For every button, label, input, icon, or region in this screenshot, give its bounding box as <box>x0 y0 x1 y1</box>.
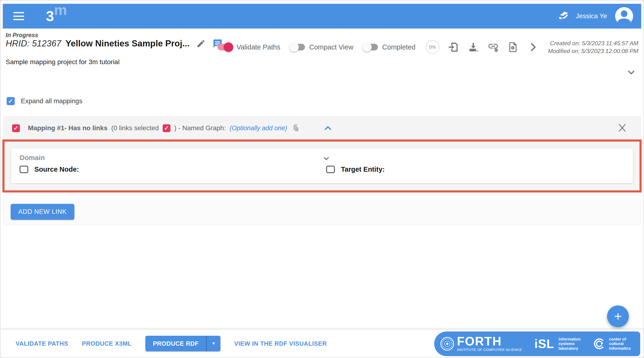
source-node-label: Source Node: <box>34 166 79 173</box>
project-status: In Progress <box>6 32 38 38</box>
produce-rdf-button[interactable]: PRODUCE RDF ▼ <box>145 336 221 351</box>
forth-seal-icon <box>440 336 454 351</box>
chevron-right-icon[interactable] <box>527 42 539 53</box>
app-header: 3 Jessica Ye <box>3 4 641 28</box>
cci-line3: informatics <box>609 346 631 351</box>
source-node-field: Source Node: <box>20 166 326 173</box>
history-edu-icon[interactable] <box>557 10 570 22</box>
compact-view-toggle[interactable] <box>290 44 305 50</box>
mapping-header: ✓ Mapping #1- Has no links (0 links sele… <box>4 117 640 140</box>
target-entity-label: Target Entity: <box>341 166 385 173</box>
file-settings-icon[interactable] <box>508 42 519 53</box>
app-logo-3m[interactable]: 3 <box>46 9 54 24</box>
isl-line2: systems <box>558 342 581 346</box>
download-icon[interactable] <box>468 42 479 53</box>
forth-name: FORTH <box>457 336 522 346</box>
produce-rdf-label: PRODUCE RDF <box>145 336 206 351</box>
footer-toolbar: VALIDATE PATHS PRODUCE X3ML PRODUCE RDF … <box>0 330 644 358</box>
import-file-icon[interactable] <box>448 42 459 53</box>
isl-line1: information <box>558 337 581 342</box>
modified-on: Modified on: 5/3/2023 12:00:08 PM <box>548 47 638 55</box>
produce-rdf-dropdown-arrow-icon[interactable]: ▼ <box>207 336 220 351</box>
domain-select-chevron-icon[interactable] <box>321 154 331 163</box>
expand-all-label: Expand all mappings <box>21 97 82 105</box>
validate-paths-toggle[interactable] <box>218 44 232 50</box>
isl-logo: iSL information systems laboratory <box>534 337 580 351</box>
target-entity-checkbox[interactable] <box>326 166 335 173</box>
progress-indicator: 0% <box>426 40 440 54</box>
isl-mark: iSL <box>534 337 554 351</box>
forth-subtitle: INSTITUTE OF COMPUTER SCIENCE <box>457 348 522 352</box>
link-settings-icon[interactable] <box>488 42 499 53</box>
source-node-checkbox[interactable] <box>20 166 28 173</box>
user-name: Jessica Ye <box>576 12 607 20</box>
project-description: Sample mapping project for 3m tutorial <box>6 58 120 66</box>
compact-view-label: Compact View <box>309 43 353 51</box>
edit-title-icon[interactable] <box>196 38 206 49</box>
compact-view-toggle-group: Compact View <box>290 43 353 51</box>
links-selected-text: (0 links selected <box>111 124 159 132</box>
created-on: Created on: 5/3/2023 11:45:57 AM <box>548 39 638 47</box>
mapping-actions-strip: ADD NEW LINK <box>3 199 641 225</box>
domain-card: Domain Source Node: Target Entity: <box>11 148 633 183</box>
add-new-link-button[interactable]: ADD NEW LINK <box>11 204 74 220</box>
forth-logo: FORTH INSTITUTE OF COMPUTER SCIENCE <box>440 336 522 351</box>
cci-logo: center of cultural informatics <box>593 337 631 351</box>
forth-logo-banner: FORTH INSTITUTE OF COMPUTER SCIENCE iSL … <box>434 332 640 356</box>
validate-paths-label: Validate Paths <box>236 43 280 51</box>
menu-icon[interactable] <box>13 12 24 20</box>
annotation-highlight-box: Domain Source Node: Target Entity: <box>2 140 642 192</box>
mapping-title: Mapping #1- Has no links <box>28 124 108 132</box>
mapping-select-checkbox[interactable]: ✓ <box>12 124 20 132</box>
project-title: Yellow Nineties Sample Proj... <box>65 38 190 48</box>
copy-icon[interactable] <box>292 124 300 132</box>
expand-all-row: ✓ Expand all mappings <box>7 97 82 105</box>
project-hrid: HRID: 512367 <box>6 38 61 48</box>
collapse-mapping-chevron-icon[interactable] <box>323 123 333 133</box>
validate-paths-button[interactable]: VALIDATE PATHS <box>16 340 68 347</box>
completed-label: Completed <box>382 43 415 51</box>
isl-line3: laboratory <box>558 346 581 351</box>
expand-all-checkbox[interactable]: ✓ <box>7 97 15 105</box>
project-controls: Validate Paths Compact View Completed 0% <box>218 39 638 55</box>
cci-mark-icon <box>593 338 606 350</box>
produce-x3ml-button[interactable]: PRODUCE X3ML <box>82 340 132 347</box>
close-mapping-icon[interactable] <box>617 123 627 133</box>
avatar[interactable] <box>615 7 633 25</box>
domain-fields: Source Node: Target Entity: <box>20 166 633 173</box>
project-timestamps: Created on: 5/3/2023 11:45:57 AM Modifie… <box>548 39 638 55</box>
project-title-row: HRID: 512367 Yellow Nineties Sample Proj… <box>6 38 223 49</box>
add-mapping-fab[interactable]: + <box>607 306 629 327</box>
project-action-icons <box>448 42 539 53</box>
target-entity-field: Target Entity: <box>326 166 633 173</box>
cci-line2: cultural <box>609 342 631 346</box>
collapse-project-chevron-icon[interactable] <box>626 67 636 78</box>
cci-line1: center of <box>609 337 631 342</box>
completed-toggle[interactable] <box>363 44 378 50</box>
view-rdf-visualiser-button[interactable]: VIEW IN THE RDF VISUALISER <box>234 340 327 347</box>
named-graph-add-link[interactable]: (Optionally add one) <box>230 124 287 132</box>
validate-paths-toggle-group: Validate Paths <box>218 43 280 51</box>
mapping-card: ✓ Mapping #1- Has no links (0 links sele… <box>3 116 641 192</box>
links-count-checkbox[interactable]: ✓ <box>163 124 170 132</box>
page: 3 Jessica Ye In Progress HRID: 512367 Ye… <box>0 0 644 358</box>
completed-toggle-group: Completed <box>363 43 415 51</box>
named-graph-text: ) - Named Graph: <box>174 124 226 132</box>
project-header: In Progress HRID: 512367 Yellow Nineties… <box>0 29 644 81</box>
